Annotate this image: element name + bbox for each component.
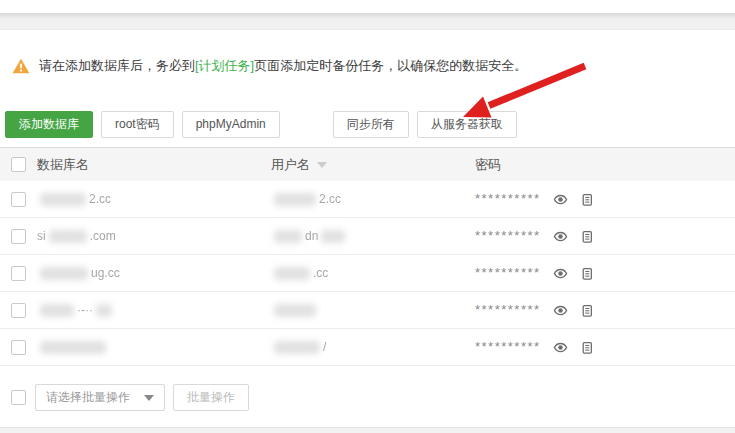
redacted-text-fragment: ug.cc bbox=[91, 266, 120, 280]
phpmyadmin-button[interactable]: phpMyAdmin bbox=[182, 111, 280, 138]
row-checkbox[interactable] bbox=[11, 192, 26, 207]
redacted-text-fragment: 2.cc bbox=[319, 192, 341, 206]
bulk-select-all-checkbox[interactable] bbox=[11, 390, 26, 405]
eye-icon bbox=[553, 229, 568, 244]
notice-text-after: 页面添加定时备份任务，以确保您的数据安全。 bbox=[254, 58, 527, 73]
header-checkbox-cell bbox=[0, 157, 26, 172]
database-name-cell: si.com bbox=[26, 229, 271, 243]
copy-password-button[interactable] bbox=[580, 340, 594, 355]
copy-password-button[interactable] bbox=[580, 229, 594, 244]
clipboard-copy-icon bbox=[580, 266, 594, 281]
table-row: /********** bbox=[0, 329, 735, 366]
masked-password: ********** bbox=[475, 268, 541, 278]
database-name-cell: ug.cc bbox=[26, 266, 271, 280]
redacted-text-fragment: ·-·· bbox=[77, 303, 93, 317]
database-table: 数据库名 用户名 密码 2.cc2.cc**********si.comdn**… bbox=[0, 147, 735, 366]
bulk-actions-bar: 请选择批量操作 批量操作 bbox=[11, 384, 257, 411]
table-row: ·-··********** bbox=[0, 292, 735, 329]
password-cell: ********** bbox=[475, 266, 735, 281]
row-checkbox[interactable] bbox=[11, 229, 26, 244]
sync-all-button[interactable]: 同步所有 bbox=[333, 111, 409, 138]
add-database-button[interactable]: 添加数据库 bbox=[5, 111, 93, 138]
header-password-label: 密码 bbox=[475, 156, 501, 174]
top-divider-band bbox=[0, 13, 735, 30]
fetch-from-server-button[interactable]: 从服务器获取 bbox=[417, 111, 517, 138]
bulk-action-select-placeholder: 请选择批量操作 bbox=[46, 389, 130, 406]
notice-link-scheduled-tasks[interactable]: [计划任务] bbox=[195, 58, 254, 73]
eye-icon bbox=[553, 192, 568, 207]
blur-redaction bbox=[40, 193, 86, 206]
header-password: 密码 bbox=[475, 156, 735, 174]
masked-password: ********** bbox=[475, 231, 541, 241]
clipboard-copy-icon bbox=[580, 229, 594, 244]
clipboard-copy-icon bbox=[580, 340, 594, 355]
show-password-eye-button[interactable] bbox=[553, 229, 568, 244]
header-database-name: 数据库名 bbox=[26, 156, 271, 174]
masked-password: ********** bbox=[475, 305, 541, 315]
blur-redaction bbox=[49, 230, 87, 243]
table-row: si.comdn********** bbox=[0, 218, 735, 255]
row-checkbox-cell bbox=[0, 192, 26, 207]
row-checkbox-cell bbox=[0, 303, 26, 318]
eye-icon bbox=[553, 340, 568, 355]
row-checkbox[interactable] bbox=[11, 303, 26, 318]
notice-bar: 请在添加数据库后，务必到[计划任务]页面添加定时备份任务，以确保您的数据安全。 bbox=[12, 57, 725, 75]
database-name-cell: 2.cc bbox=[26, 192, 271, 206]
bulk-action-select[interactable]: 请选择批量操作 bbox=[35, 384, 165, 411]
redacted-text-fragment: .com bbox=[90, 229, 116, 243]
bulk-apply-button[interactable]: 批量操作 bbox=[173, 384, 249, 411]
username-cell: dn bbox=[271, 229, 475, 243]
copy-password-button[interactable] bbox=[580, 266, 594, 281]
blur-redaction bbox=[40, 267, 88, 280]
bottom-page-band bbox=[0, 427, 735, 433]
blur-redaction bbox=[96, 304, 112, 317]
show-password-eye-button[interactable] bbox=[553, 266, 568, 281]
notice-text-before: 请在添加数据库后，务必到 bbox=[39, 58, 195, 73]
blur-redaction bbox=[40, 341, 106, 354]
notice-text: 请在添加数据库后，务必到[计划任务]页面添加定时备份任务，以确保您的数据安全。 bbox=[39, 57, 527, 75]
show-password-eye-button[interactable] bbox=[553, 303, 568, 318]
row-checkbox[interactable] bbox=[11, 266, 26, 281]
clipboard-copy-icon bbox=[580, 303, 594, 318]
username-cell: 2.cc bbox=[271, 192, 475, 206]
table-header-row: 数据库名 用户名 密码 bbox=[0, 147, 735, 181]
copy-password-button[interactable] bbox=[580, 303, 594, 318]
row-checkbox[interactable] bbox=[11, 340, 26, 355]
show-password-eye-button[interactable] bbox=[553, 192, 568, 207]
masked-password: ********** bbox=[475, 342, 541, 352]
redacted-text-fragment: .cc bbox=[313, 266, 328, 280]
blur-redaction bbox=[321, 230, 345, 243]
username-cell: .cc bbox=[271, 266, 475, 280]
blur-redaction bbox=[274, 267, 310, 280]
table-row: ug.cc.cc********** bbox=[0, 255, 735, 292]
chevron-down-icon bbox=[144, 395, 154, 401]
eye-icon bbox=[553, 303, 568, 318]
redacted-text-fragment: dn bbox=[305, 229, 318, 243]
show-password-eye-button[interactable] bbox=[553, 340, 568, 355]
username-cell bbox=[271, 304, 475, 317]
row-checkbox-cell bbox=[0, 266, 26, 281]
username-cell: / bbox=[271, 340, 475, 354]
database-name-cell: ·-·· bbox=[26, 303, 271, 317]
password-cell: ********** bbox=[475, 229, 735, 244]
database-name-cell bbox=[26, 341, 271, 354]
redacted-text-fragment: 2.cc bbox=[89, 192, 111, 206]
redacted-text-fragment: si bbox=[37, 229, 46, 243]
masked-password: ********** bbox=[475, 194, 541, 204]
eye-icon bbox=[553, 266, 568, 281]
header-username[interactable]: 用户名 bbox=[271, 156, 475, 174]
blur-redaction bbox=[40, 304, 74, 317]
password-cell: ********** bbox=[475, 192, 735, 207]
toolbar: 添加数据库 root密码 phpMyAdmin 同步所有 从服务器获取 bbox=[5, 111, 525, 138]
blur-redaction bbox=[274, 304, 316, 317]
root-password-button[interactable]: root密码 bbox=[101, 111, 174, 138]
table-body: 2.cc2.cc**********si.comdn**********ug.c… bbox=[0, 181, 735, 366]
select-all-checkbox[interactable] bbox=[11, 157, 26, 172]
table-row: 2.cc2.cc********** bbox=[0, 181, 735, 218]
blur-redaction bbox=[274, 230, 302, 243]
clipboard-copy-icon bbox=[580, 192, 594, 207]
sort-chevron-down-icon bbox=[317, 162, 327, 168]
copy-password-button[interactable] bbox=[580, 192, 594, 207]
blur-redaction bbox=[274, 341, 320, 354]
row-checkbox-cell bbox=[0, 229, 26, 244]
